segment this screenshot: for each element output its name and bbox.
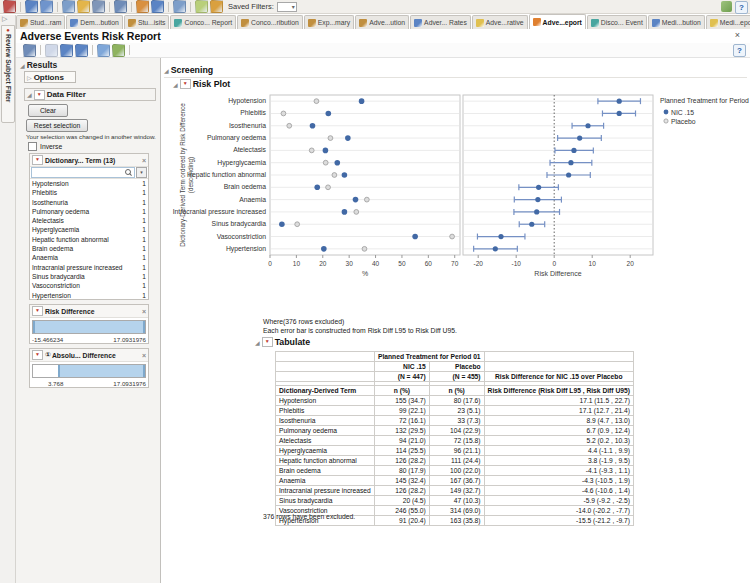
tab-10[interactable]: Disco... Event [587,15,647,29]
add-data-icon[interactable] [3,0,16,13]
risk-plot-canvas[interactable]: 010203040506070-20-1001020%Risk Differen… [161,58,750,398]
term-list-item[interactable]: Hyperglycaemia1 [30,225,148,234]
refresh-icon[interactable] [112,44,125,57]
svg-text:Vasoconstriction: Vasoconstriction [217,233,267,240]
tab-6[interactable]: Adve...ution [355,15,409,29]
red-triangle-menu-icon[interactable]: ▼ [32,155,43,165]
reset-selection-button[interactable]: Reset selection [26,119,88,132]
svg-text:Brain oedema: Brain oedema [224,183,267,190]
window-tile-icon[interactable] [60,44,73,57]
options-header[interactable]: ▷Options [24,71,76,83]
risk-difference-slider[interactable] [32,320,146,334]
inverse-option[interactable]: Inverse [28,142,62,151]
zoom-icon[interactable] [114,0,127,13]
review-subject-filter-tab[interactable]: ● Review Subject Filter [1,25,15,123]
list-icon[interactable] [40,0,53,13]
svg-text:30: 30 [346,260,354,267]
tab-icon [476,19,484,27]
data-table-icon[interactable] [45,44,58,57]
red-triangle-menu-icon[interactable]: ▼ [34,90,45,100]
tab-4[interactable]: Conco...ribution [237,15,303,29]
red-triangle-menu-icon[interactable]: ▼ [262,337,273,347]
table-row[interactable]: Planned Treatment for Period 01 [276,352,634,362]
table-row[interactable]: Anaemia145 (32.4)167 (36.7)-4.3 (-10.5 ,… [276,476,634,486]
term-list-item[interactable]: Phlebitis1 [30,188,148,197]
term-list-item[interactable]: Anaemia1 [30,253,148,262]
image-preview-icon[interactable] [173,0,186,13]
nic-cell: 246 (55.0) [375,506,430,516]
term-list-item[interactable]: Hypertension1 [30,291,148,300]
table-row[interactable]: NIC .15Placebo [276,362,634,372]
toolbar-separator [131,2,132,12]
term-list-item[interactable]: Brain oedema1 [30,244,148,253]
close-icon[interactable]: × [142,308,146,315]
script-icon[interactable] [97,44,110,57]
term-list-item[interactable]: Hypotension1 [30,179,148,188]
help-icon[interactable]: ? [733,44,746,57]
window-icon[interactable] [25,0,38,13]
table-row[interactable]: Sinus bradycardia20 (4.5)47 (10.3)-5.9 (… [276,496,634,506]
folder-open-icon[interactable] [77,0,90,13]
saved-filters-dropdown[interactable]: ▾ [277,2,297,12]
term-list-item[interactable]: Isosthenuria1 [30,198,148,207]
table-row[interactable]: Isosthenuria72 (16.1)33 (7.3)8.9 (4.7 , … [276,416,634,426]
table-row[interactable]: Pulmonary oedema132 (29.5)104 (22.9)6.7 … [276,426,634,436]
table-row[interactable]: Atelectasis94 (21.0)72 (15.8)5.2 (0.2 , … [276,436,634,446]
data-filter-header[interactable]: ◢▼Data Filter [24,88,156,101]
term-header-cell: Dictionary-Derived Term [276,386,375,396]
tab-12[interactable]: Medi...eport [706,15,750,29]
table-row[interactable]: Dictionary-Derived Termn (%)n (%)Risk Di… [276,386,634,396]
clipboard-icon[interactable] [136,0,149,13]
filter-table-icon[interactable] [210,0,223,13]
close-icon[interactable]: × [142,157,146,164]
term-count: 1 [142,207,146,216]
table-row[interactable]: Hypotension155 (34.7)80 (17.6)17.1 (11.5… [276,396,634,406]
close-icon[interactable]: × [735,30,740,40]
absolute-difference-slider[interactable] [32,364,146,378]
results-header[interactable]: ◢Results [20,60,57,70]
tab-icon [308,19,316,27]
term-list-item[interactable]: Atelectasis1 [30,216,148,225]
close-icon[interactable]: × [142,352,146,359]
tab-2[interactable]: Stu...isits [124,15,170,29]
save-icon[interactable] [92,0,105,13]
table-row[interactable]: Intracranial pressure increased126 (28.2… [276,486,634,496]
risk-cell: 5.2 (0.2 , 10.3) [484,436,633,446]
table-row[interactable]: Phlebitis99 (22.1)23 (5.1)17.1 (12.7 , 2… [276,406,634,416]
term-label: Hepatic function abnormal [32,235,109,244]
image-icon[interactable] [62,0,75,13]
search-options-dropdown[interactable]: ▾ [136,167,147,178]
window-restore-icon[interactable] [721,1,732,12]
tab-1[interactable]: Dem...bution [66,15,123,29]
inverse-checkbox[interactable] [28,142,37,151]
term-list-item[interactable]: Hepatic function abnormal1 [30,235,148,244]
panel-collapse-icon[interactable]: ▷ [2,15,7,23]
tab-8[interactable]: Adve...rative [472,15,528,29]
filter-new-icon[interactable] [195,0,208,13]
tab-9[interactable]: Adve...eport [529,14,586,29]
table-row[interactable]: Hepatic function abnormal126 (28.2)111 (… [276,456,634,466]
red-triangle-menu-icon[interactable]: ▼ [32,306,43,316]
term-list-item[interactable]: Pulmonary oedema1 [30,207,148,216]
term-list-item[interactable]: Vasoconstriction1 [30,281,148,290]
table-row[interactable]: Brain oedema80 (17.9)100 (22.0)-4.1 (-9.… [276,466,634,476]
table-row[interactable]: Hyperglycaemia114 (25.5)96 (21.1)4.4 (-1… [276,446,634,456]
tab-7[interactable]: Adver... Rates [410,15,471,29]
term-list-item[interactable]: Intracranial pressure increased1 [30,263,148,272]
term-list-item[interactable]: Sinus bradycardia1 [30,272,148,281]
chart-icon[interactable] [151,0,164,13]
search-input[interactable] [31,167,135,178]
tab-11[interactable]: Medi...bution [648,15,705,29]
tabulate-header[interactable]: ◢▼Tabulate [255,337,310,347]
svg-text:70: 70 [451,260,459,267]
window-cascade-icon[interactable] [75,44,88,57]
tab-0[interactable]: Stud...ram [16,15,65,29]
report-icon[interactable] [23,44,36,57]
help-icon[interactable]: ? [735,1,748,14]
tab-5[interactable]: Exp...mary [304,15,354,29]
tab-3[interactable]: Conco... Report [170,15,236,29]
table-row[interactable]: (N = 447)(N = 455)Risk Difference for NI… [276,372,634,382]
tab-label: Adver... Rates [424,19,467,26]
red-triangle-menu-icon[interactable]: ▼ [32,350,43,360]
clear-button[interactable]: Clear [28,104,68,117]
